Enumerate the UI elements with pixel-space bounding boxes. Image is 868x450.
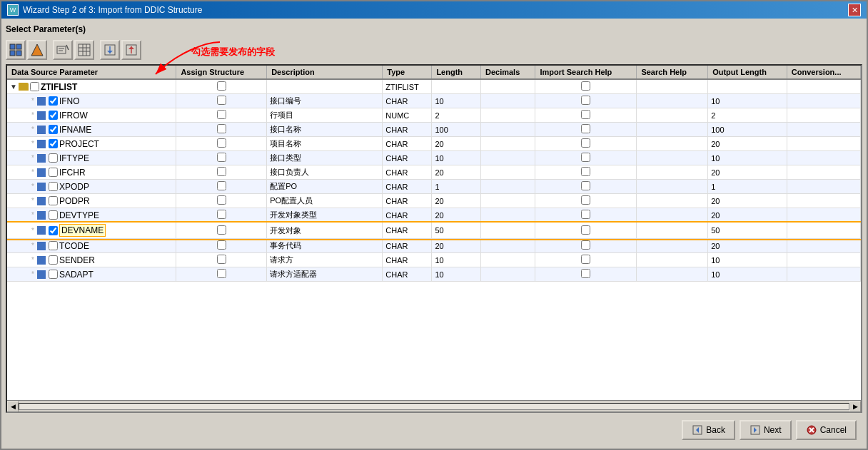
row-checkbox[interactable] xyxy=(49,182,58,191)
table-row: * PODPR PO配置人员CHAR2020 xyxy=(7,194,861,208)
type-cell: CHAR xyxy=(383,267,432,282)
assign-checkbox[interactable] xyxy=(217,225,226,235)
assign-checkbox[interactable] xyxy=(217,210,226,219)
root-checkbox[interactable] xyxy=(30,82,39,91)
import-search-help-checkbox[interactable] xyxy=(581,138,590,148)
import-search-help-checkbox[interactable] xyxy=(581,124,590,133)
assign-checkbox[interactable] xyxy=(217,195,226,205)
assign-cell xyxy=(176,180,267,194)
col-decimals: Decimals xyxy=(480,66,535,79)
import-search-help-checkbox[interactable] xyxy=(581,210,590,219)
close-button[interactable]: ✕ xyxy=(848,4,861,16)
table-container[interactable]: Data Source Parameter Assign Structure D… xyxy=(7,66,861,400)
assign-checkbox[interactable] xyxy=(217,138,226,148)
row-checkbox[interactable] xyxy=(49,270,58,279)
length-cell: 20 xyxy=(432,194,481,208)
root-import-search-checkbox[interactable] xyxy=(581,81,590,91)
assign-cell xyxy=(176,123,267,137)
annotation-text: 勾选需要发布的字段 xyxy=(191,46,275,58)
import-search-help-cell xyxy=(535,108,637,123)
export-btn[interactable] xyxy=(121,40,141,60)
row-checkbox[interactable] xyxy=(49,196,58,205)
row-checkbox[interactable] xyxy=(49,96,58,106)
import-search-help-checkbox[interactable] xyxy=(581,255,590,264)
row-checkbox[interactable] xyxy=(49,139,58,148)
assign-checkbox[interactable] xyxy=(217,124,226,133)
import-search-help-checkbox[interactable] xyxy=(581,240,590,250)
row-checkbox[interactable] xyxy=(49,168,58,177)
tree-expand-icon[interactable]: ▼ xyxy=(10,83,17,91)
search-help-cell xyxy=(637,137,708,151)
import-search-help-checkbox[interactable] xyxy=(581,153,590,162)
conversion-cell xyxy=(787,267,860,282)
cancel-label: Cancel xyxy=(820,425,847,435)
table-row: * TCODE 事务代码CHAR2020 xyxy=(7,239,861,253)
row-checkbox[interactable] xyxy=(49,226,58,235)
cancel-button[interactable]: Cancel xyxy=(796,420,857,440)
output-length-cell: 20 xyxy=(708,165,787,180)
search-help-cell xyxy=(637,94,708,108)
horizontal-scrollbar[interactable]: ◀ ▶ xyxy=(7,400,861,411)
field-name: PROJECT xyxy=(59,139,99,149)
root-assign-checkbox[interactable] xyxy=(217,81,226,91)
type-cell: CHAR xyxy=(383,151,432,165)
assign-checkbox[interactable] xyxy=(217,240,226,250)
tree-dot: * xyxy=(31,97,34,105)
row-checkbox[interactable] xyxy=(49,210,58,220)
row-checkbox[interactable] xyxy=(49,255,58,265)
tree-dot: * xyxy=(31,256,34,264)
row-checkbox[interactable] xyxy=(49,125,58,134)
select-all-btn[interactable] xyxy=(6,40,26,60)
import-search-help-checkbox[interactable] xyxy=(581,181,590,190)
assign-checkbox[interactable] xyxy=(217,181,226,190)
search-help-cell xyxy=(637,165,708,180)
assign-checkbox[interactable] xyxy=(217,110,226,119)
datasource-cell: * IFCHR xyxy=(7,165,176,180)
table-row: * IFTYPE 接口类型CHAR1010 xyxy=(7,151,861,165)
length-cell: 100 xyxy=(432,123,481,137)
assign-cell xyxy=(176,151,267,165)
import-search-help-checkbox[interactable] xyxy=(581,269,590,278)
import-btn[interactable] xyxy=(100,40,120,60)
field-icon xyxy=(37,126,46,134)
scroll-right-btn[interactable]: ▶ xyxy=(849,401,861,412)
row-checkbox[interactable] xyxy=(49,241,58,250)
root-decimals-cell xyxy=(480,79,535,94)
assign-checkbox[interactable] xyxy=(217,153,226,162)
table-row: * IFROW 行项目NUMC22 xyxy=(7,108,861,123)
content-area: Select Parameter(s) xyxy=(1,19,867,449)
grid-btn[interactable] xyxy=(74,40,94,60)
next-button[interactable]: Next xyxy=(740,420,792,440)
import-search-help-checkbox[interactable] xyxy=(581,225,590,235)
assign-checkbox[interactable] xyxy=(217,167,226,176)
length-cell: 1 xyxy=(432,180,481,194)
description-cell: 请求方 xyxy=(267,253,383,267)
import-search-help-checkbox[interactable] xyxy=(581,195,590,205)
import-search-help-checkbox[interactable] xyxy=(581,167,590,176)
tree-dot: * xyxy=(31,183,34,190)
search-help-cell xyxy=(637,239,708,253)
scroll-left-btn[interactable]: ◀ xyxy=(7,401,19,412)
row-checkbox[interactable] xyxy=(49,111,58,120)
type-cell: CHAR xyxy=(383,253,432,267)
deselect-btn[interactable] xyxy=(27,40,47,60)
col-description: Description xyxy=(267,66,383,79)
assign-checkbox[interactable] xyxy=(217,269,226,278)
datasource-cell: * SENDER xyxy=(7,253,176,267)
decimals-cell xyxy=(480,194,535,208)
assign-checkbox[interactable] xyxy=(217,96,226,105)
back-button[interactable]: Back xyxy=(682,420,735,440)
row-checkbox[interactable] xyxy=(49,153,58,163)
output-length-cell: 20 xyxy=(708,208,787,223)
conversion-cell xyxy=(787,253,860,267)
import-search-help-checkbox[interactable] xyxy=(581,110,590,119)
import-search-help-checkbox[interactable] xyxy=(581,96,590,105)
table-row: * IFCHR 接口负责人CHAR2020 xyxy=(7,165,861,180)
next-icon xyxy=(750,424,761,436)
assign-checkbox[interactable] xyxy=(217,255,226,264)
assign-btn[interactable] xyxy=(53,40,73,60)
col-length: Length xyxy=(432,66,481,79)
scroll-track[interactable] xyxy=(19,403,849,410)
import-search-help-cell xyxy=(535,123,637,137)
table-row: * DEVNAME 开发对象CHAR5050 xyxy=(7,223,861,239)
